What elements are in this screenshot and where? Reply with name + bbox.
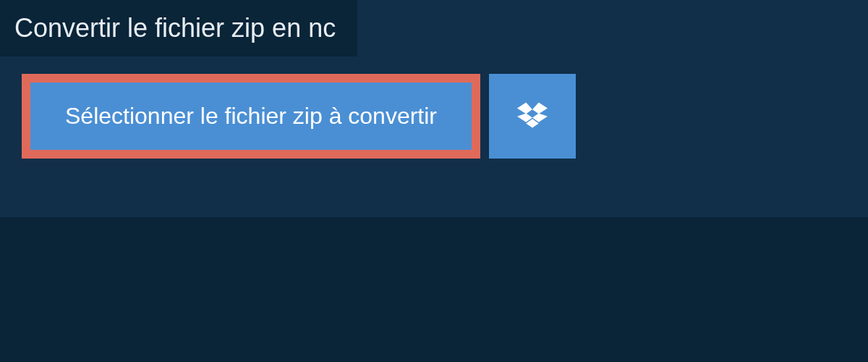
tab-container: Convertir le fichier zip en nc (0, 0, 868, 56)
dropbox-icon (517, 101, 548, 132)
converter-panel: Convertir le fichier zip en nc Sélection… (0, 0, 868, 217)
dropbox-button[interactable] (489, 74, 576, 159)
select-file-label: Sélectionner le fichier zip à convertir (65, 103, 437, 130)
select-file-button[interactable]: Sélectionner le fichier zip à convertir (22, 74, 480, 159)
tab-title-text: Convertir le fichier zip en nc (14, 13, 336, 43)
button-row: Sélectionner le fichier zip à convertir (0, 56, 868, 180)
tab-title: Convertir le fichier zip en nc (0, 0, 357, 56)
